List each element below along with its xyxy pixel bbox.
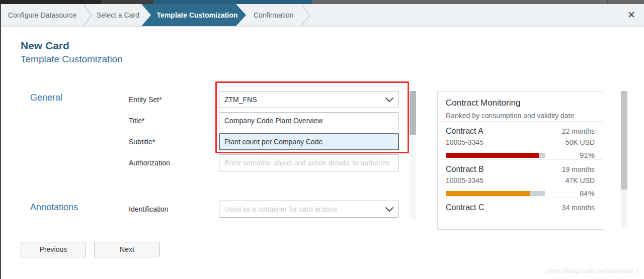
contract-id: 10005-3345 [446, 138, 484, 146]
identification-select[interactable]: Used as a container for card actions [219, 201, 399, 218]
title-label: Title* [129, 116, 144, 125]
chevron-separator-icon [301, 5, 310, 26]
wizard-step-configure-datasource[interactable]: Configure Datasource [8, 4, 76, 26]
chevron-down-icon[interactable] [385, 98, 393, 102]
title-input[interactable] [219, 112, 399, 129]
screen: 9 99 Configure Datasource Select a Card … [0, 0, 644, 279]
card-preview-title: Contract Monitoring [446, 98, 595, 108]
contract-duration: 19 months [562, 165, 595, 173]
chevron-down-icon[interactable] [385, 207, 393, 212]
form-scrollbar-track[interactable] [410, 91, 416, 220]
progress-bar-fill [446, 191, 530, 196]
contract-name: Contract A [446, 127, 484, 136]
top-strip-segment-gray [312, 0, 644, 4]
contract-duration: 34 months [562, 204, 595, 212]
form-scrollbar-thumb[interactable] [410, 91, 416, 135]
entity-set-value: ZTM_FNS [224, 96, 381, 104]
page-title: New Card [21, 40, 69, 52]
subtitle-label: Subtitle* [129, 137, 155, 146]
top-strip-segment [101, 0, 153, 4]
authorization-input[interactable] [219, 154, 399, 171]
section-label-general: General [30, 92, 62, 103]
progress-bar [446, 191, 545, 196]
authorization-label: Authorization [129, 158, 170, 167]
list-item-contract-c: Contract C 34 months [438, 198, 603, 213]
section-label-annotations: Annotations [30, 202, 78, 213]
entity-set-label: Entity Set* [129, 95, 162, 104]
contract-name: Contract B [446, 165, 484, 174]
card-preview-subtitle: Ranked by consumption and validity date [446, 112, 595, 120]
page-subtitle: Template Customization [21, 54, 123, 65]
chevron-separator-icon [83, 5, 92, 26]
contract-name: Contract C [446, 203, 484, 212]
background-top-strip: 9 99 [0, 0, 644, 4]
card-preview: Contract Monitoring Ranked by consumptio… [437, 91, 603, 230]
subtitle-input[interactable] [219, 133, 399, 150]
list-item-contract-b: Contract B 19 months 10005-3345 47K USD … [438, 160, 603, 198]
preview-scrollbar-thumb[interactable] [621, 91, 627, 190]
wizard-step-select-a-card[interactable]: Select a Card [97, 4, 139, 26]
wizard-step-confirmation[interactable]: Confirmation [254, 4, 293, 26]
contract-amount: 47K USD [566, 176, 595, 184]
wizard-step-template-customization-active[interactable]: Template Customization [141, 4, 246, 26]
entity-set-select[interactable]: ZTM_FNS [219, 91, 399, 108]
previous-button[interactable]: Previous [21, 242, 86, 257]
list-item-contract-a: Contract A 22 months 10005-3345 50K USD … [438, 122, 603, 159]
watermark-text: https://blog.csdn.net/xiayutian_c [547, 267, 640, 274]
contract-percent: 91% [580, 151, 595, 159]
progress-bar [446, 153, 545, 158]
preview-scrollbar-track[interactable] [621, 91, 627, 228]
top-strip-divider [607, 0, 608, 4]
contract-duration: 22 months [562, 127, 595, 135]
card-preview-header: Contract Monitoring Ranked by consumptio… [438, 91, 603, 121]
wizard-step-bar: Configure Datasource Select a Card Templ… [1, 4, 644, 27]
contract-id: 10005-3345 [446, 176, 484, 184]
progress-bar-fill [446, 153, 539, 158]
top-strip-segment-blue [153, 0, 312, 4]
contract-amount: 50K USD [566, 138, 595, 146]
identification-placeholder: Used as a container for card actions [224, 205, 381, 213]
background-left-strip [0, 4, 1, 279]
identification-label: Identification [129, 205, 169, 214]
next-button[interactable]: Next [94, 242, 160, 257]
close-icon[interactable]: ✕ [625, 9, 637, 21]
contract-percent: 84% [580, 189, 595, 198]
